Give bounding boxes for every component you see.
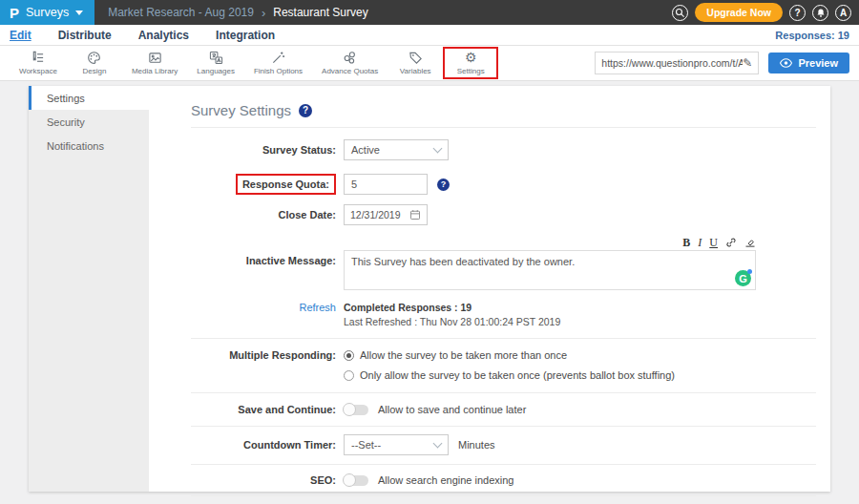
countdown-timer-label: Countdown Timer: <box>191 439 336 451</box>
refresh-link[interactable]: Refresh <box>299 302 336 313</box>
survey-status-select[interactable]: Active <box>344 139 449 160</box>
eye-icon <box>780 58 792 68</box>
response-quota-label: Response Quota: <box>236 174 336 195</box>
settings-sidebar: Settings Security Notifications <box>29 86 149 492</box>
bell-icon <box>816 8 826 18</box>
close-date-label: Close Date: <box>191 209 336 220</box>
magic-wand-icon <box>271 51 285 65</box>
seo-label: SEO: <box>191 474 336 486</box>
toolbar-design[interactable]: Design <box>67 47 122 79</box>
sidebar-item-settings[interactable]: Settings <box>29 86 149 110</box>
breadcrumb: Market Research - Aug 2019 › Restaurant … <box>108 6 367 20</box>
divider <box>191 392 816 393</box>
responses-count[interactable]: Responses: 19 <box>775 30 849 41</box>
survey-status-label: Survey Status: <box>191 144 336 156</box>
save-and-continue-description: Allow to save and continue later <box>378 404 526 415</box>
seo-toggle[interactable] <box>344 475 368 486</box>
radio-once-only[interactable] <box>344 370 354 381</box>
toolbar-workspace[interactable]: Workspace <box>10 47 67 79</box>
palette-icon <box>87 51 101 65</box>
save-and-continue-label: Save and Continue: <box>191 404 336 415</box>
italic-button[interactable]: I <box>698 237 702 248</box>
questionpro-logo: P <box>10 6 19 20</box>
search-icon <box>675 8 685 18</box>
last-refreshed-text: Last Refreshed : Thu Nov 28 01:00:24 PST… <box>344 316 560 327</box>
survey-subnav: Edit Distribute Analytics Integration Re… <box>0 25 859 46</box>
breadcrumb-separator: › <box>262 6 265 20</box>
countdown-timer-suffix: Minutes <box>458 439 495 451</box>
edit-url-icon[interactable]: ✎ <box>743 56 752 70</box>
help-button[interactable]: ? <box>789 5 806 21</box>
survey-url-input[interactable] <box>601 57 743 69</box>
workspace-icon <box>31 51 45 65</box>
sidebar-item-notifications[interactable]: Notifications <box>29 134 149 158</box>
page-title: Survey Settings <box>191 102 291 118</box>
radio-multiple-allowed[interactable] <box>344 350 354 361</box>
top-navbar: P Surveys Market Research - Aug 2019 › R… <box>0 0 859 25</box>
divider <box>191 338 816 339</box>
close-date-input[interactable] <box>350 209 406 220</box>
edit-toolbar: Workspace Design Media Library Languages <box>0 46 859 81</box>
inactive-message-label: Inactive Message: <box>191 250 336 266</box>
countdown-timer-select[interactable]: --Set-- <box>344 434 449 455</box>
tab-analytics[interactable]: Analytics <box>138 29 189 42</box>
link-button[interactable] <box>725 237 737 248</box>
survey-url-field: ✎ <box>595 52 759 74</box>
bold-button[interactable]: B <box>682 237 690 248</box>
divider <box>191 464 816 465</box>
tab-distribute[interactable]: Distribute <box>58 29 112 42</box>
tab-edit[interactable]: Edit <box>10 29 31 42</box>
link-icon <box>725 237 737 248</box>
user-avatar[interactable]: A <box>835 5 851 21</box>
preview-button[interactable]: Preview <box>768 52 849 74</box>
upgrade-now-button[interactable]: Upgrade Now <box>695 3 783 22</box>
remove-format-icon <box>744 237 756 248</box>
breadcrumb-current-survey: Restaurant Survey <box>273 6 367 19</box>
surveys-menu[interactable]: P Surveys <box>0 0 94 25</box>
remove-format-button[interactable] <box>744 237 756 248</box>
links-icon <box>343 51 357 65</box>
content-area: Settings Security Notifications Survey S… <box>0 81 859 492</box>
settings-card: Settings Security Notifications Survey S… <box>29 86 830 492</box>
inactive-message-textarea[interactable]: This Survey has been deactivated by the … <box>344 250 756 290</box>
radio-multiple-allowed-label: Allow the survey to be taken more than o… <box>360 349 567 361</box>
divider <box>191 495 816 496</box>
sidebar-item-security[interactable]: Security <box>29 110 149 134</box>
search-button[interactable] <box>672 5 688 21</box>
rich-text-toolbar: B I U <box>344 235 756 248</box>
toolbar-finish-options[interactable]: Finish Options <box>244 47 312 79</box>
surveys-menu-label: Surveys <box>26 6 69 19</box>
image-icon <box>148 51 162 65</box>
seo-description: Allow search engine indexing <box>378 474 513 486</box>
toolbar-languages[interactable]: Languages <box>187 47 244 79</box>
tag-icon <box>409 51 423 65</box>
translate-icon <box>209 51 223 65</box>
radio-once-only-label: Only allow the survey to be taken once (… <box>360 369 675 381</box>
divider <box>191 127 816 128</box>
close-date-field[interactable] <box>344 204 428 225</box>
calendar-icon <box>409 209 421 220</box>
save-and-continue-toggle[interactable] <box>344 405 368 415</box>
completed-responses-text: Completed Responses : 19 <box>344 302 560 313</box>
gear-icon: ⚙ <box>465 51 477 65</box>
chevron-down-icon <box>75 10 83 15</box>
toolbar-media-library[interactable]: Media Library <box>122 47 187 79</box>
notifications-button[interactable] <box>812 5 828 21</box>
toolbar-variables[interactable]: Variables <box>388 47 443 79</box>
toolbar-advance-quotas[interactable]: Advance Quotas <box>312 47 388 79</box>
chevron-down-icon <box>433 439 443 449</box>
grammarly-icon[interactable]: G <box>735 270 751 286</box>
toolbar-settings[interactable]: ⚙ Settings <box>443 47 498 79</box>
tab-integration[interactable]: Integration <box>216 29 275 42</box>
response-quota-input[interactable] <box>344 174 428 195</box>
multiple-responding-label: Multiple Responding: <box>191 349 336 361</box>
breadcrumb-survey-folder[interactable]: Market Research - Aug 2019 <box>108 6 254 19</box>
chevron-down-icon <box>433 144 443 154</box>
response-quota-help-icon[interactable]: ? <box>437 178 450 191</box>
divider <box>191 426 816 427</box>
survey-settings-help-icon[interactable]: ? <box>299 104 312 117</box>
settings-main: Survey Settings ? Survey Status: Active … <box>149 86 830 492</box>
underline-button[interactable]: U <box>709 237 718 248</box>
